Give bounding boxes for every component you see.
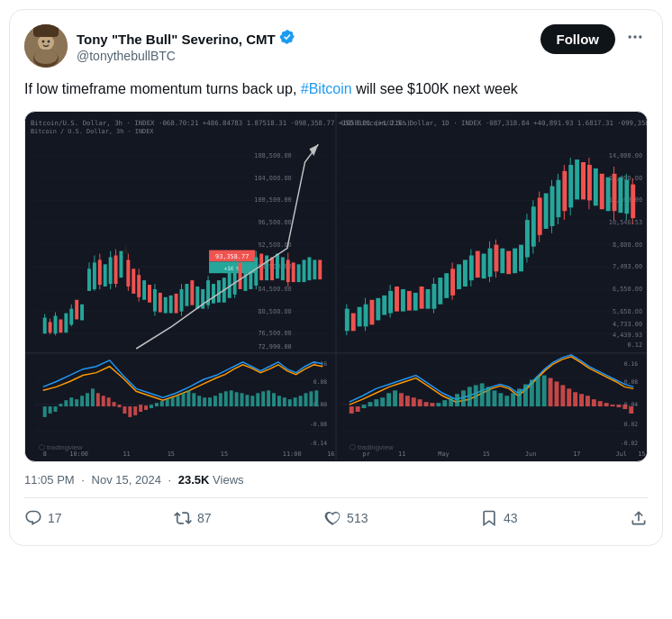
svg-rect-67 xyxy=(75,300,78,320)
like-action[interactable]: 513 xyxy=(323,509,368,527)
user-info: Tony "The Bull" Severino, CMT @tonythebu… xyxy=(77,29,295,63)
svg-rect-92 xyxy=(164,297,168,314)
svg-rect-190 xyxy=(600,174,604,209)
svg-rect-306 xyxy=(542,376,547,407)
dot-separator-2: · xyxy=(168,473,172,487)
svg-rect-143 xyxy=(395,287,399,312)
svg-rect-299 xyxy=(498,393,503,406)
svg-text:4,439.93: 4,439.93 xyxy=(613,332,642,339)
svg-rect-241 xyxy=(219,393,222,406)
username: @tonythebullBTC xyxy=(77,49,295,63)
more-options-icon[interactable] xyxy=(622,24,648,54)
svg-rect-91 xyxy=(159,293,162,313)
svg-rect-279 xyxy=(374,399,378,406)
svg-rect-309 xyxy=(560,385,565,406)
share-icon xyxy=(630,509,648,527)
svg-rect-140 xyxy=(382,296,386,315)
heart-icon xyxy=(323,509,341,527)
svg-rect-186 xyxy=(581,162,586,199)
retweet-icon xyxy=(174,509,192,527)
svg-rect-234 xyxy=(181,393,185,406)
retweet-action[interactable]: 87 xyxy=(174,509,212,527)
svg-rect-229 xyxy=(155,403,159,406)
hashtag-bitcoin[interactable]: #Bitcoin xyxy=(301,81,352,96)
svg-rect-168 xyxy=(513,249,517,274)
svg-point-6 xyxy=(34,50,58,64)
svg-rect-249 xyxy=(261,391,265,406)
svg-rect-291 xyxy=(449,397,453,406)
svg-text:0.02: 0.02 xyxy=(624,421,639,428)
svg-rect-119 xyxy=(265,256,268,281)
svg-text:Bitcoin / U.S. Dollar, 3h · IN: Bitcoin / U.S. Dollar, 3h · INDEX xyxy=(31,128,154,135)
svg-rect-225 xyxy=(133,406,137,415)
svg-rect-277 xyxy=(362,405,367,408)
svg-text:May: May xyxy=(438,451,449,458)
svg-rect-176 xyxy=(544,194,549,229)
svg-rect-245 xyxy=(241,393,244,406)
bookmark-action[interactable]: 43 xyxy=(480,509,518,527)
avatar[interactable] xyxy=(24,24,68,68)
svg-text:Jun: Jun xyxy=(525,451,536,458)
share-action[interactable] xyxy=(630,509,648,527)
svg-rect-308 xyxy=(554,381,558,406)
svg-rect-242 xyxy=(224,391,228,406)
svg-rect-224 xyxy=(128,406,132,417)
svg-rect-233 xyxy=(177,396,180,406)
svg-rect-138 xyxy=(369,300,374,325)
svg-rect-139 xyxy=(376,298,380,321)
svg-text:+1099: +1099 xyxy=(224,266,241,271)
svg-rect-107 xyxy=(212,284,215,304)
svg-rect-292 xyxy=(455,394,459,406)
tweet-text: If low timeframe momentum turns back up,… xyxy=(24,78,648,100)
svg-rect-286 xyxy=(418,399,422,406)
svg-rect-248 xyxy=(256,393,259,406)
svg-rect-250 xyxy=(267,390,270,406)
retweet-count: 87 xyxy=(197,511,212,525)
svg-rect-99 xyxy=(195,287,199,309)
tweet-actions: 17 87 513 43 xyxy=(24,505,648,531)
svg-rect-253 xyxy=(283,397,286,406)
svg-rect-148 xyxy=(420,287,424,309)
svg-rect-255 xyxy=(294,397,297,406)
svg-rect-252 xyxy=(277,396,281,406)
svg-rect-208 xyxy=(43,406,47,417)
svg-rect-122 xyxy=(281,257,285,280)
comment-action[interactable]: 17 xyxy=(24,509,62,527)
svg-rect-121 xyxy=(276,254,279,279)
follow-button[interactable]: Follow xyxy=(540,24,616,54)
svg-rect-125 xyxy=(292,262,295,282)
svg-rect-244 xyxy=(235,392,239,406)
svg-rect-220 xyxy=(107,397,111,406)
svg-text:11: 11 xyxy=(398,451,405,458)
svg-rect-152 xyxy=(438,278,442,305)
svg-rect-305 xyxy=(536,377,540,407)
svg-rect-230 xyxy=(160,401,164,406)
svg-text:-0.02: -0.02 xyxy=(621,440,638,447)
like-count: 513 xyxy=(347,511,368,525)
svg-rect-68 xyxy=(80,305,84,321)
svg-rect-149 xyxy=(426,289,431,309)
tweet-card: Tony "The Bull" Severino, CMT @tonythebu… xyxy=(9,9,663,546)
svg-rect-302 xyxy=(517,388,522,406)
svg-text:-0.14: -0.14 xyxy=(310,440,327,447)
svg-text:⬡ tradingview: ⬡ tradingview xyxy=(350,443,394,451)
svg-text:10:00: 10:00 xyxy=(69,451,88,458)
svg-text:15: 15 xyxy=(221,451,228,458)
svg-rect-94 xyxy=(175,294,178,314)
svg-text:16: 16 xyxy=(327,451,334,458)
svg-rect-130 xyxy=(318,259,322,279)
svg-rect-246 xyxy=(245,395,249,406)
tweet-time: 11:05 PM xyxy=(24,473,75,487)
comment-count: 17 xyxy=(48,511,62,525)
svg-text:USD   Bitcoin/U.S. Dollar, 1D : USD Bitcoin/U.S. Dollar, 1D · INDEX ·087… xyxy=(341,119,647,127)
svg-rect-145 xyxy=(407,291,412,311)
svg-rect-108 xyxy=(217,280,221,303)
svg-rect-222 xyxy=(118,405,122,407)
svg-rect-290 xyxy=(442,400,447,406)
svg-rect-319 xyxy=(622,405,627,409)
svg-rect-166 xyxy=(500,249,504,274)
svg-rect-157 xyxy=(463,259,468,287)
tweet-text-part2: will see $100K next week xyxy=(352,81,518,96)
svg-rect-115 xyxy=(249,262,252,289)
svg-text:4,733.00: 4,733.00 xyxy=(613,321,642,328)
